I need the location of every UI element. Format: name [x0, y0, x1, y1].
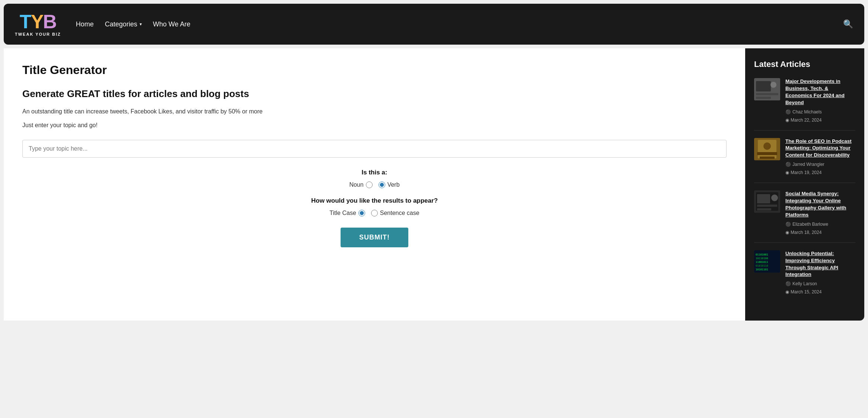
- svg-point-7: [763, 142, 771, 150]
- person-icon: ⚫: [785, 222, 791, 227]
- svg-rect-1: [756, 81, 771, 91]
- header-left: TYB TWEAK YOUR BIZ Home Categories ▾ Who…: [15, 12, 191, 36]
- article-thumbnail: [754, 190, 780, 213]
- svg-rect-3: [756, 93, 778, 95]
- logo-letters: TYB: [20, 12, 56, 31]
- article-info: Unlocking Potential: Improving Efficienc…: [785, 250, 855, 295]
- sentence-case-radio[interactable]: [371, 210, 378, 216]
- svg-rect-8: [757, 152, 777, 155]
- article-meta: ⚫ Kelly Larson ◉ March 15, 2024: [785, 281, 855, 295]
- article-meta: ⚫ Chaz Michaels ◉ March 22, 2024: [785, 109, 855, 123]
- svg-rect-14: [757, 205, 777, 207]
- topic-input[interactable]: [22, 140, 727, 158]
- article-date: ◉ March 18, 2024: [785, 230, 821, 235]
- article-info: Major Developments in Business, Tech, & …: [785, 78, 855, 123]
- article-title[interactable]: The Role of SEO in Podcast Marketing: Op…: [785, 138, 855, 159]
- person-icon: ⚫: [785, 162, 791, 167]
- title-case-option[interactable]: Title Case: [329, 210, 365, 216]
- svg-text:01010110: 01010110: [756, 264, 768, 267]
- article-author: ⚫ Chaz Michaels: [785, 109, 822, 115]
- article-title[interactable]: Unlocking Potential: Improving Efficienc…: [785, 250, 855, 279]
- noun-verb-group: Is this a: Noun Verb: [22, 169, 727, 188]
- clock-icon: ◉: [785, 230, 789, 235]
- list-item: 0110100110110100110010110101011010101101…: [754, 250, 855, 302]
- sidebar-title: Latest Articles: [754, 60, 855, 69]
- noun-option[interactable]: Noun: [349, 181, 372, 188]
- svg-text:10110100: 10110100: [756, 257, 768, 260]
- article-thumbnail: [754, 78, 780, 100]
- site-header: TYB TWEAK YOUR BIZ Home Categories ▾ Who…: [4, 4, 864, 45]
- list-item: The Role of SEO in Podcast Marketing: Op…: [754, 138, 855, 183]
- noun-label: Noun: [349, 181, 363, 188]
- chevron-down-icon: ▾: [140, 22, 142, 27]
- list-item: Major Developments in Business, Tech, & …: [754, 78, 855, 131]
- nav-who-we-are[interactable]: Who We Are: [153, 20, 191, 28]
- sentence-case-option[interactable]: Sentence case: [371, 210, 419, 216]
- logo-y: Y: [31, 11, 43, 32]
- svg-rect-15: [757, 208, 771, 210]
- svg-text:11001011: 11001011: [756, 261, 768, 264]
- logo-subtitle: TWEAK YOUR BIZ: [15, 32, 61, 36]
- title-case-radio[interactable]: [358, 210, 365, 216]
- svg-text:10101101: 10101101: [756, 268, 768, 271]
- nav-home[interactable]: Home: [76, 20, 94, 28]
- verb-label: Verb: [387, 181, 400, 188]
- main-wrapper: Title Generator Generate GREAT titles fo…: [4, 48, 864, 321]
- svg-text:01101001: 01101001: [756, 253, 768, 256]
- section-title: Generate GREAT titles for articles and b…: [22, 88, 727, 100]
- title-case-label: Title Case: [329, 210, 356, 216]
- article-date: ◉ March 19, 2024: [785, 170, 821, 175]
- description-text: An outstanding title can increase tweets…: [22, 107, 727, 116]
- article-thumbnail: [754, 138, 780, 160]
- noun-verb-options: Noun Verb: [22, 181, 727, 188]
- logo-t: T: [20, 11, 31, 32]
- search-icon[interactable]: 🔍: [843, 19, 853, 29]
- nav-categories[interactable]: Categories ▾: [105, 20, 142, 28]
- sidebar: Latest Articles Major Developments in Bu…: [745, 48, 864, 321]
- verb-radio[interactable]: [379, 181, 385, 188]
- clock-icon: ◉: [785, 118, 789, 123]
- person-icon: ⚫: [785, 109, 791, 115]
- person-icon: ⚫: [785, 281, 791, 286]
- sub-description-text: Just enter your topic and go!: [22, 122, 727, 129]
- article-author: ⚫ Jarred Wrangler: [785, 162, 824, 167]
- svg-rect-9: [760, 157, 775, 159]
- article-title[interactable]: Major Developments in Business, Tech, & …: [785, 78, 855, 106]
- logo[interactable]: TYB TWEAK YOUR BIZ: [15, 12, 61, 36]
- verb-option[interactable]: Verb: [379, 181, 400, 188]
- clock-icon: ◉: [785, 170, 789, 175]
- results-format-options: Title Case Sentence case: [22, 210, 727, 216]
- svg-point-2: [770, 82, 776, 88]
- article-meta: ⚫ Elizabeth Barlowe ◉ March 18, 2024: [785, 222, 855, 235]
- svg-rect-4: [756, 97, 771, 99]
- page-title: Title Generator: [22, 63, 727, 77]
- list-item: Social Media Synergy: Integrating Your O…: [754, 190, 855, 243]
- svg-point-13: [771, 194, 778, 201]
- results-format-group: How would you like the results to appear…: [22, 197, 727, 216]
- clock-icon: ◉: [785, 289, 789, 295]
- article-info: The Role of SEO in Podcast Marketing: Op…: [785, 138, 855, 176]
- results-format-label: How would you like the results to appear…: [22, 197, 727, 205]
- content-area: Title Generator Generate GREAT titles fo…: [4, 48, 745, 321]
- logo-b: B: [43, 11, 56, 32]
- article-date: ◉ March 15, 2024: [785, 289, 821, 295]
- submit-button[interactable]: SUBMIT!: [341, 228, 408, 247]
- noun-verb-label: Is this a:: [22, 169, 727, 176]
- article-date: ◉ March 22, 2024: [785, 118, 821, 123]
- main-nav: Home Categories ▾ Who We Are: [76, 20, 191, 28]
- article-info: Social Media Synergy: Integrating Your O…: [785, 190, 855, 235]
- article-author: ⚫ Kelly Larson: [785, 281, 817, 286]
- article-meta: ⚫ Jarred Wrangler ◉ March 19, 2024: [785, 162, 855, 175]
- article-title[interactable]: Social Media Synergy: Integrating Your O…: [785, 190, 855, 219]
- article-thumbnail: 0110100110110100110010110101011010101101: [754, 250, 780, 273]
- svg-rect-12: [757, 194, 770, 203]
- sentence-case-label: Sentence case: [380, 210, 419, 216]
- noun-radio[interactable]: [366, 181, 373, 188]
- article-author: ⚫ Elizabeth Barlowe: [785, 222, 828, 227]
